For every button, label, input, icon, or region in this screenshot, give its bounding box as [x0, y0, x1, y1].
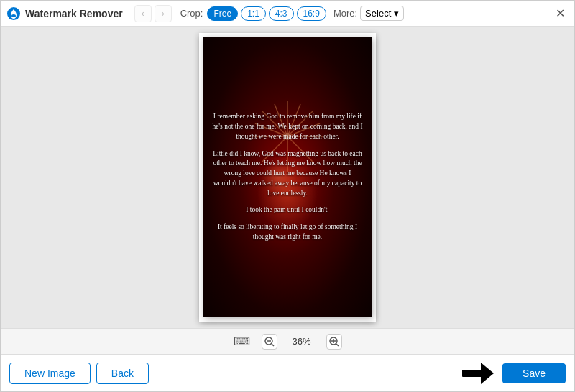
- zoom-level: 36%: [289, 336, 315, 347]
- image-wrapper: I remember asking God to remove him from…: [199, 33, 376, 322]
- crop-16-9-button[interactable]: 16:9: [297, 6, 326, 21]
- image-text-overlay: I remember asking God to remove him from…: [203, 37, 372, 317]
- image-text-para4: It feels so liberating to finally let go…: [212, 223, 363, 243]
- nav-back-button[interactable]: ‹: [134, 5, 152, 22]
- bottom-toolbar: ⌨ 36%: [1, 328, 574, 354]
- new-image-button[interactable]: New Image: [9, 363, 91, 384]
- svg-marker-23: [481, 363, 494, 384]
- save-button[interactable]: Save: [502, 363, 566, 383]
- footer-right: Save: [462, 363, 566, 384]
- zoom-in-icon: [329, 337, 339, 347]
- hand-icon[interactable]: ⌨: [234, 335, 250, 348]
- app-logo: [6, 6, 21, 21]
- arrow-icon: [462, 363, 494, 384]
- svg-point-1: [12, 14, 16, 17]
- nav-buttons: ‹ ›: [134, 5, 172, 22]
- crop-1-1-button[interactable]: 1:1: [241, 6, 266, 21]
- footer-left: New Image Back: [9, 363, 149, 384]
- nav-forward-button[interactable]: ›: [155, 5, 172, 22]
- app-title: Watermark Remover: [25, 8, 123, 19]
- crop-4-3-button[interactable]: 4:3: [269, 6, 294, 21]
- back-button[interactable]: Back: [96, 363, 149, 384]
- image-text-para1: I remember asking God to remove him from…: [212, 112, 363, 141]
- image-container: I remember asking God to remove him from…: [203, 37, 372, 317]
- image-canvas: I remember asking God to remove him from…: [203, 37, 372, 317]
- crop-free-button[interactable]: Free: [207, 6, 238, 21]
- zoom-out-icon: [264, 337, 275, 347]
- zoom-out-button[interactable]: [262, 334, 277, 350]
- crop-options: Free 1:1 4:3 16:9: [207, 6, 326, 21]
- svg-line-17: [272, 344, 274, 346]
- image-text-para2: Little did I know, God was magnetting us…: [212, 149, 363, 199]
- footer: New Image Back Save: [1, 354, 574, 391]
- more-label: More:: [334, 8, 357, 19]
- crop-label: Crop:: [180, 8, 203, 19]
- select-dropdown[interactable]: Select ▾: [360, 6, 404, 21]
- svg-rect-22: [462, 370, 484, 377]
- title-bar: Watermark Remover ‹ › Crop: Free 1:1 4:3…: [1, 1, 574, 27]
- chevron-down-icon: ▾: [394, 8, 399, 19]
- zoom-in-button[interactable]: [326, 334, 342, 350]
- svg-line-21: [336, 344, 339, 346]
- canvas-area: I remember asking God to remove him from…: [1, 27, 574, 328]
- image-text-para3: I took the pain until I couldn't.: [246, 205, 328, 215]
- close-button[interactable]: ✕: [551, 5, 569, 22]
- select-label: Select: [365, 8, 391, 19]
